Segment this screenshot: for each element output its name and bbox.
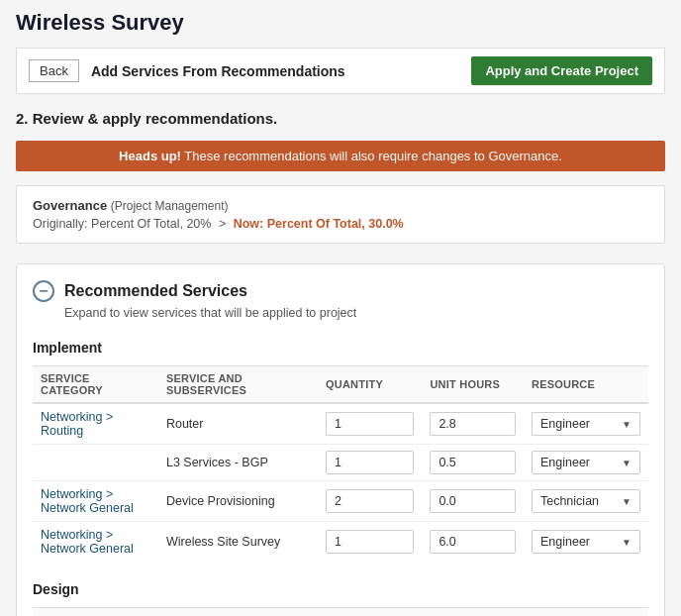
quantity-input[interactable] bbox=[326, 412, 414, 436]
row-unit-hours-cell bbox=[422, 445, 524, 481]
recommended-services-card: − Recommended Services Expand to view se… bbox=[16, 263, 665, 616]
collapse-icon[interactable]: − bbox=[33, 280, 54, 302]
table-row: Networking > Network General Wireless Si… bbox=[33, 522, 648, 563]
row-category bbox=[33, 445, 158, 481]
governance-now: Now: Percent Of Total, 30.0% bbox=[234, 217, 404, 231]
alert-prefix: Heads up! bbox=[119, 149, 181, 163]
rec-title: Recommended Services bbox=[64, 282, 247, 300]
table-row: Networking > Routing Router Engineer ▼ bbox=[33, 403, 648, 445]
chevron-down-icon: ▼ bbox=[622, 537, 632, 548]
row-unit-hours-cell bbox=[422, 481, 524, 522]
governance-box: Governance (Project Management) Original… bbox=[16, 185, 665, 244]
resource-select[interactable]: Engineer ▼ bbox=[532, 412, 640, 436]
governance-arrow: > bbox=[219, 217, 226, 231]
resource-value: Technician bbox=[540, 494, 599, 508]
unit-hours-input[interactable] bbox=[430, 530, 516, 554]
row-category: Networking > Network General bbox=[33, 481, 158, 522]
chevron-down-icon: ▼ bbox=[622, 496, 632, 507]
chevron-down-icon: ▼ bbox=[622, 419, 632, 430]
row-category: Networking > Routing bbox=[33, 403, 158, 445]
table-row: L3 Services - BGP Engineer ▼ bbox=[33, 445, 648, 481]
row-unit-hours-cell bbox=[422, 403, 524, 445]
implement-table: SERVICE CATEGORY SERVICE AND SUBSERVICES… bbox=[33, 365, 648, 562]
row-service: Device Provisioning bbox=[158, 481, 318, 522]
unit-hours-input[interactable] bbox=[430, 489, 516, 513]
row-quantity-cell bbox=[318, 481, 422, 522]
design-table: SERVICE CATEGORY SERVICE AND SUBSERVICES… bbox=[33, 607, 648, 616]
implement-label: Implement bbox=[33, 340, 648, 356]
alert-banner: Heads up! These recommendations will als… bbox=[16, 141, 665, 171]
top-bar-left: Back Add Services From Recommendations bbox=[29, 59, 345, 82]
governance-title-row: Governance (Project Management) bbox=[33, 198, 648, 213]
quantity-input[interactable] bbox=[326, 451, 414, 474]
implement-col-service: SERVICE AND SUBSERVICES bbox=[158, 366, 318, 404]
row-category: Networking > Network General bbox=[33, 522, 158, 563]
unit-hours-input[interactable] bbox=[430, 412, 516, 436]
design-col-quantity: QUANTITY bbox=[318, 608, 422, 617]
implement-col-category: SERVICE CATEGORY bbox=[33, 366, 158, 404]
design-col-unit-hours: UNIT HOURS bbox=[422, 608, 524, 617]
resource-select[interactable]: Engineer ▼ bbox=[532, 451, 640, 474]
rec-subtitle: Expand to view services that will be app… bbox=[64, 306, 648, 320]
implement-col-quantity: QUANTITY bbox=[318, 366, 422, 404]
table-row: Networking > Network General Device Prov… bbox=[33, 481, 648, 522]
governance-original: Originally: Percent Of Total, 20% bbox=[33, 217, 211, 231]
step-heading: 2. Review & apply recommendations. bbox=[16, 110, 665, 127]
row-quantity-cell bbox=[318, 445, 422, 481]
governance-title: Governance bbox=[33, 198, 107, 213]
top-bar: Back Add Services From Recommendations A… bbox=[16, 48, 665, 94]
rec-header: − Recommended Services bbox=[33, 280, 648, 302]
resource-value: Engineer bbox=[540, 417, 590, 431]
apply-create-button[interactable]: Apply and Create Project bbox=[471, 56, 652, 85]
design-col-category: SERVICE CATEGORY bbox=[33, 608, 158, 617]
row-resource-cell: Engineer ▼ bbox=[524, 403, 648, 445]
alert-message: These recommendations will also require … bbox=[181, 149, 562, 163]
row-resource-cell: Technician ▼ bbox=[524, 481, 648, 522]
implement-col-unit-hours: UNIT HOURS bbox=[422, 366, 524, 404]
back-button[interactable]: Back bbox=[29, 59, 79, 82]
resource-select[interactable]: Engineer ▼ bbox=[532, 530, 640, 554]
row-quantity-cell bbox=[318, 522, 422, 563]
design-label: Design bbox=[33, 581, 648, 597]
design-col-resource: RESOURCE bbox=[524, 608, 648, 617]
row-service: Wireless Site Survey bbox=[158, 522, 318, 563]
resource-value: Engineer bbox=[540, 456, 590, 469]
row-service: Router bbox=[158, 403, 318, 445]
top-bar-section-label: Add Services From Recommendations bbox=[91, 63, 345, 79]
unit-hours-input[interactable] bbox=[430, 451, 516, 474]
page-title: Wireless Survey bbox=[16, 10, 665, 36]
row-quantity-cell bbox=[318, 403, 422, 445]
design-col-service: SERVICE AND SUBSERVICES bbox=[158, 608, 318, 617]
quantity-input[interactable] bbox=[326, 489, 414, 513]
row-resource-cell: Engineer ▼ bbox=[524, 445, 648, 481]
quantity-input[interactable] bbox=[326, 530, 414, 554]
governance-subtitle: (Project Management) bbox=[111, 199, 229, 213]
chevron-down-icon: ▼ bbox=[622, 458, 632, 468]
row-service: L3 Services - BGP bbox=[158, 445, 318, 481]
implement-col-resource: RESOURCE bbox=[524, 366, 648, 404]
governance-change: Originally: Percent Of Total, 20% > Now:… bbox=[33, 217, 648, 231]
resource-value: Engineer bbox=[540, 535, 590, 549]
resource-select[interactable]: Technician ▼ bbox=[532, 489, 640, 513]
row-resource-cell: Engineer ▼ bbox=[524, 522, 648, 563]
row-unit-hours-cell bbox=[422, 522, 524, 563]
